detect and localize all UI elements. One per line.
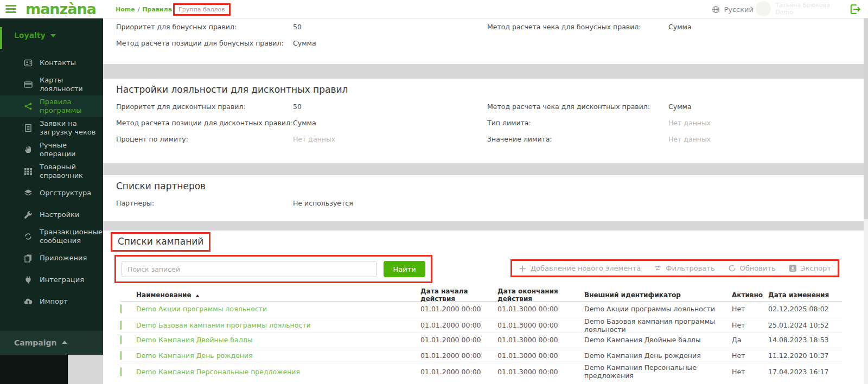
field-value-empty: Нет данных [668, 119, 864, 127]
modified-date-cell: 11.12.2020 10:37 [768, 351, 842, 360]
row-checkbox[interactable] [120, 304, 122, 313]
table-row: Demo Базовая кампания программы лояльнос… [120, 317, 842, 333]
sidebar-item-label: Контакты [40, 59, 76, 67]
column-header-active[interactable]: Активно [732, 291, 768, 299]
filter-button[interactable]: Фильтровать [654, 264, 714, 272]
export-icon [789, 264, 797, 272]
sidebar-item-label: Заявки на загрузку чеков [40, 119, 97, 137]
campaign-section-label: Campaign [14, 338, 57, 347]
integration-icon [24, 276, 33, 284]
modified-date-cell: 02.12.2025 08:02 [768, 305, 842, 313]
end-date-cell: 01.01.3000 00:00 [497, 321, 584, 329]
sidebar-item-program-rules[interactable]: Правила программы [0, 95, 103, 117]
table-row: Demo Акции программы лояльности 01.01.20… [120, 302, 842, 317]
end-date-cell: 01.01.3000 00:00 [497, 305, 584, 313]
breadcrumb-section-link[interactable]: Правила [142, 6, 172, 13]
avatar [756, 1, 771, 16]
sidebar-item-settings[interactable]: Настройки [0, 204, 103, 226]
sync-icon [24, 232, 33, 241]
import-icon [24, 297, 33, 306]
export-button[interactable]: Экспорт [789, 264, 831, 272]
sidebar-item-receipt-requests[interactable]: Заявки на загрузку чеков [0, 117, 103, 139]
refresh-icon [728, 264, 736, 272]
start-date-cell: 01.01.2000 00:00 [420, 351, 497, 360]
row-checkbox[interactable] [120, 335, 122, 344]
start-date-cell: 01.01.2000 00:00 [420, 305, 497, 313]
sidebar-item-applications[interactable]: Приложения [0, 247, 103, 269]
annotation-box-toolbar: + Добавление нового элемента Фильтровать… [510, 259, 839, 277]
user-block[interactable]: Татьяна Брюкова Demo [756, 1, 830, 16]
sort-ascending-icon [195, 295, 200, 297]
field-label: Метод расчета позиции для дисконтных пра… [116, 119, 293, 127]
column-header-external-id[interactable]: Внешний идентификатор [584, 291, 732, 299]
active-cell: Нет [732, 351, 768, 360]
active-cell: Да [732, 336, 768, 344]
filter-icon [654, 264, 662, 272]
refresh-button[interactable]: Обновить [728, 264, 776, 272]
add-new-element-button[interactable]: + Добавление нового элемента [519, 264, 641, 272]
sidebar-item-contacts[interactable]: Контакты [0, 52, 103, 74]
section-title: Списки партнеров [103, 175, 864, 195]
sidebar-item-manual-operations[interactable]: Ручные операции [0, 139, 103, 161]
row-checkbox[interactable] [120, 351, 122, 360]
scrollbar-thumb[interactable] [864, 18, 868, 219]
field-value: Сумма [293, 119, 487, 127]
sidebar-item-label: Импорт [40, 297, 68, 306]
column-header-start-date[interactable]: Дата начала действия [420, 287, 497, 303]
sidebar-item-import[interactable]: Импорт [0, 291, 103, 312]
field-value: 50 [293, 103, 487, 111]
campaign-name-link[interactable]: Demo Кампания Персональные предложения [136, 368, 420, 376]
column-header-end-date[interactable]: Дата окончания действия [497, 287, 584, 303]
campaign-name-link[interactable]: Demo Кампания Двойные баллы [136, 336, 420, 344]
campaign-name-link[interactable]: Demo Кампания День рождения [136, 351, 420, 360]
table-row: Demo Кампания Двойные баллы 01.01.2000 0… [120, 332, 842, 348]
share-icon [24, 102, 33, 111]
sidebar-item-integration[interactable]: Интеграция [0, 269, 103, 291]
row-checkbox[interactable] [120, 321, 122, 330]
annotation-box-search: Найти [114, 255, 432, 283]
brand-logo: manzàna [25, 1, 96, 18]
logout-icon[interactable] [850, 4, 860, 15]
globe-icon [712, 5, 720, 14]
column-header-name[interactable]: Наименование [136, 291, 420, 299]
partners-card: Списки партнеров Партнеры: Не использует… [103, 175, 864, 221]
search-input[interactable] [122, 261, 376, 277]
field-value: Сумма [668, 103, 864, 111]
modified-date-cell: 25.01.2024 10:52 [768, 321, 842, 329]
breadcrumb-separator: / [138, 6, 140, 13]
bonus-settings-card: Приоритет для бонусных правил: 50 Метод … [103, 18, 864, 64]
field-label: Тип лимита: [487, 119, 668, 127]
sidebar-bottom-panel [0, 355, 68, 384]
sidebar-section-campaign[interactable]: Campaign [0, 331, 103, 355]
hamburger-menu-icon[interactable] [5, 5, 17, 14]
sidebar-item-label: Карты лояльности [40, 76, 97, 93]
field-label: Процент по лимиту: [116, 135, 293, 143]
row-checkbox[interactable] [120, 367, 122, 376]
plus-icon: + [519, 265, 527, 272]
section-title: Списки кампаний [118, 236, 203, 247]
user-name: Татьяна Брюкова Demo [775, 2, 830, 16]
sidebar-section-loyalty[interactable]: Loyalty [0, 18, 103, 52]
vertical-scrollbar[interactable] [864, 18, 868, 384]
hand-icon [24, 145, 33, 154]
sidebar-item-product-catalog[interactable]: Товарный справочник [0, 161, 103, 182]
table-row: Demo Кампания День рождения 01.01.2000 0… [120, 348, 842, 364]
campaigns-table: Наименование Дата начала действия Дата о… [120, 287, 842, 379]
breadcrumb-home-link[interactable]: Home [116, 6, 135, 13]
end-date-cell: 01.01.3000 00:00 [497, 351, 584, 360]
campaign-name-link[interactable]: Demo Акции программы лояльности [136, 305, 420, 313]
column-header-modified[interactable]: Дата изменения [768, 291, 842, 299]
topbar: manzàna Home / Правила Группа баллов Рус… [0, 0, 868, 18]
sidebar-item-org-structure[interactable]: Оргструктура [0, 182, 103, 204]
end-date-cell: 01.01.3000 00:00 [497, 336, 584, 344]
sidebar-item-transactional-messages[interactable]: Транзакционные сообщения [0, 226, 103, 247]
search-button[interactable]: Найти [384, 261, 425, 277]
sidebar-item-loyalty-cards[interactable]: Карты лояльности [0, 74, 103, 95]
breadcrumb-current: Группа баллов [178, 6, 225, 13]
language-selector[interactable]: Русский [712, 0, 762, 18]
discount-settings-card: Настройки лояльности для дисконтных прав… [103, 79, 864, 163]
sidebar-item-label: Оргструктура [40, 189, 91, 197]
campaign-name-link[interactable]: Demo Базовая кампания программы лояльнос… [136, 321, 420, 329]
campaign-lists-card: Списки кампаний + Добавление нового элем… [103, 231, 864, 384]
loyalty-card-icon [24, 80, 33, 89]
